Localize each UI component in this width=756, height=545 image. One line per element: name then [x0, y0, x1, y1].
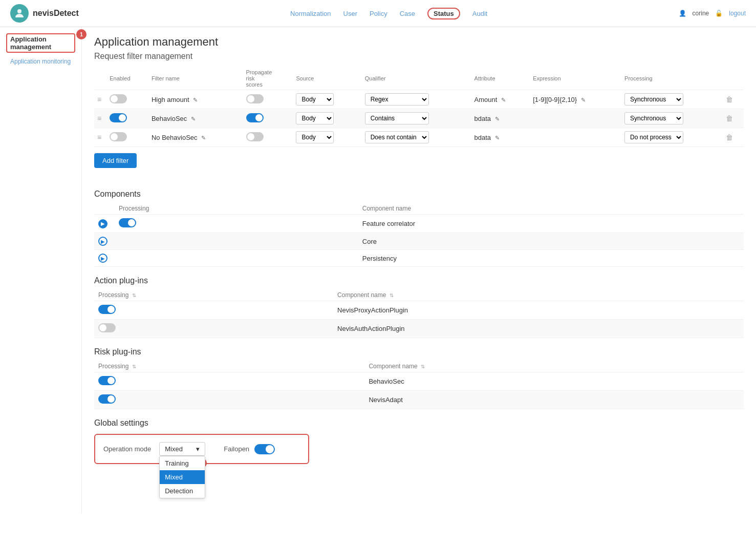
svg-point-0 — [17, 9, 21, 13]
op-option-training[interactable]: Training — [160, 456, 205, 470]
drag-handle-2[interactable]: ≡ — [97, 114, 101, 122]
op-mode-dropdown[interactable]: Mixed ▾ Training Mixed Detection — [159, 442, 205, 456]
attribute-3: bdata — [474, 134, 491, 141]
edit-filter-name-2[interactable]: ✎ — [191, 116, 196, 122]
comp-row-3: ▶ Persistency — [94, 250, 744, 267]
edit-attribute-3[interactable]: ✎ — [495, 135, 500, 141]
comp-row-2: ▶ Core — [94, 233, 744, 250]
toggle-enabled-3[interactable] — [110, 132, 127, 141]
processing-select-1[interactable]: SynchronousAsynchronousDo not process — [624, 93, 683, 106]
comp-name-2: Core — [358, 233, 744, 250]
col-processing: Processing — [621, 67, 723, 90]
nav-audit[interactable]: Audit — [472, 10, 488, 17]
processing-select-2[interactable]: SynchronousAsynchronousDo not process — [624, 112, 683, 124]
op-option-mixed[interactable]: Mixed — [160, 470, 205, 484]
ap-col-name: Component name ⇅ — [333, 289, 744, 301]
rp-toggle-1[interactable] — [98, 376, 116, 385]
toggle-enabled-1[interactable] — [110, 94, 127, 103]
rp-toggle-2[interactable] — [98, 394, 116, 404]
op-mode-label: Operation mode — [103, 445, 151, 453]
nav-case[interactable]: Case — [400, 10, 415, 17]
edit-expression-1[interactable]: ✎ — [581, 97, 586, 103]
comp-name-3: Persistency — [358, 250, 744, 267]
logout-label[interactable]: logout — [729, 10, 746, 17]
edit-filter-name-3[interactable]: ✎ — [201, 135, 206, 141]
processing-select-3[interactable]: SynchronousAsynchronousDo not process — [624, 131, 683, 143]
attribute-2: bdata — [474, 115, 491, 122]
comp-col-name: Component name — [358, 203, 744, 215]
filter-name-2: BehavioSec — [152, 115, 187, 122]
ap-row-1: NevisProxyActionPlugin — [94, 301, 744, 320]
col-attribute: Attribute — [471, 67, 530, 90]
components-table: Processing Component name ▶ Feature corr… — [94, 203, 744, 267]
toggle-propagate-2[interactable] — [246, 113, 264, 122]
source-select-1[interactable]: BodyHeaderQuery — [296, 93, 334, 106]
sidebar: Application management 1 Application mon… — [0, 27, 82, 514]
op-mode-row: Operation mode Mixed ▾ Training Mixed De… — [103, 442, 300, 456]
logo-avatar — [10, 4, 29, 23]
ap-toggle-1[interactable] — [98, 305, 116, 314]
delete-filter-2[interactable]: 🗑 — [726, 114, 733, 122]
logo-name: nevisDetect — [33, 9, 79, 18]
add-filter-button[interactable]: Add filter — [94, 153, 137, 168]
page-title: Application management — [94, 35, 744, 49]
expression-1: [1-9][0-9]{2,10} — [533, 96, 577, 103]
failopen-toggle[interactable] — [254, 444, 275, 454]
delete-filter-1[interactable]: 🗑 — [726, 95, 733, 103]
comp-name-1: Feature correlator — [358, 215, 744, 233]
global-settings-box: Operation mode Mixed ▾ Training Mixed De… — [94, 434, 309, 464]
edit-attribute-2[interactable]: ✎ — [495, 116, 500, 122]
rp-row-1: BehavioSec — [94, 372, 744, 391]
ap-row-2: NevisAuthActionPlugin — [94, 320, 744, 338]
filter-name-3: No BehavioSec — [152, 134, 198, 141]
source-select-3[interactable]: BodyHeader — [296, 131, 334, 143]
delete-filter-3[interactable]: 🗑 — [726, 133, 733, 141]
expand-btn-2[interactable]: ▶ — [98, 237, 107, 246]
toggle-propagate-1[interactable] — [246, 94, 264, 103]
col-propagate: Propagateriskscores — [243, 67, 293, 90]
comp-col-processing: Processing — [115, 203, 358, 215]
nav-status[interactable]: Status — [427, 8, 460, 19]
components-section-title: Components — [94, 190, 744, 199]
logo-area: nevisDetect — [10, 4, 79, 23]
main-content: Application management Request filter ma… — [82, 27, 756, 514]
ap-name-1: NevisProxyActionPlugin — [333, 301, 744, 320]
username: corine — [693, 10, 709, 17]
logout-icon: 🔓 — [715, 10, 723, 17]
drag-handle-3[interactable]: ≡ — [97, 133, 101, 141]
rp-name-2: NevisAdapt — [364, 391, 744, 409]
edit-attribute-1[interactable]: ✎ — [501, 97, 506, 103]
sidebar-item-app-monitoring[interactable]: Application monitoring — [6, 56, 75, 67]
expand-btn-3[interactable]: ▶ — [98, 254, 107, 263]
op-mode-select-display[interactable]: Mixed ▾ — [159, 442, 205, 456]
nav-user[interactable]: User — [343, 10, 357, 17]
op-option-detection[interactable]: Detection — [160, 484, 205, 498]
qualifier-select-3[interactable]: RegexContainsDoes not contain — [365, 131, 429, 143]
op-mode-dropdown-list: Training Mixed Detection — [159, 456, 205, 498]
filter-name-1: High amount — [152, 96, 189, 103]
qualifier-select-1[interactable]: RegexContainsDoes not contain — [365, 93, 429, 106]
action-plugins-table: Processing ⇅ Component name ⇅ NevisProxy… — [94, 289, 744, 338]
ap-toggle-2[interactable] — [98, 323, 116, 332]
toggle-enabled-2[interactable] — [110, 113, 127, 122]
attribute-1: Amount — [474, 96, 498, 103]
nav-policy[interactable]: Policy — [370, 10, 387, 17]
rp-col-processing: Processing ⇅ — [94, 361, 364, 372]
qualifier-select-2[interactable]: RegexContainsDoes not contain — [365, 112, 429, 124]
expand-btn-1[interactable]: ▶ — [98, 219, 107, 228]
toggle-propagate-3[interactable] — [246, 132, 264, 141]
comp-row-1: ▶ Feature correlator — [94, 215, 744, 233]
col-enabled: Enabled — [106, 67, 148, 90]
comp-toggle-1[interactable] — [119, 218, 136, 227]
filter-table: Enabled Filter name Propagateriskscores … — [94, 67, 744, 147]
nav-normalization[interactable]: Normalization — [290, 10, 331, 17]
col-filter-name: Filter name — [148, 67, 243, 90]
ap-col-processing: Processing ⇅ — [94, 289, 333, 301]
annotation-badge-1: 1 — [76, 29, 87, 39]
sidebar-item-app-management[interactable]: Application management — [6, 33, 75, 53]
action-plugins-section-title: Action plug-ins — [94, 276, 744, 285]
drag-handle-1[interactable]: ≡ — [97, 95, 101, 103]
edit-filter-name-1[interactable]: ✎ — [193, 97, 198, 103]
rp-name-1: BehavioSec — [364, 372, 744, 391]
source-select-2[interactable]: BodyHeader — [296, 112, 334, 124]
